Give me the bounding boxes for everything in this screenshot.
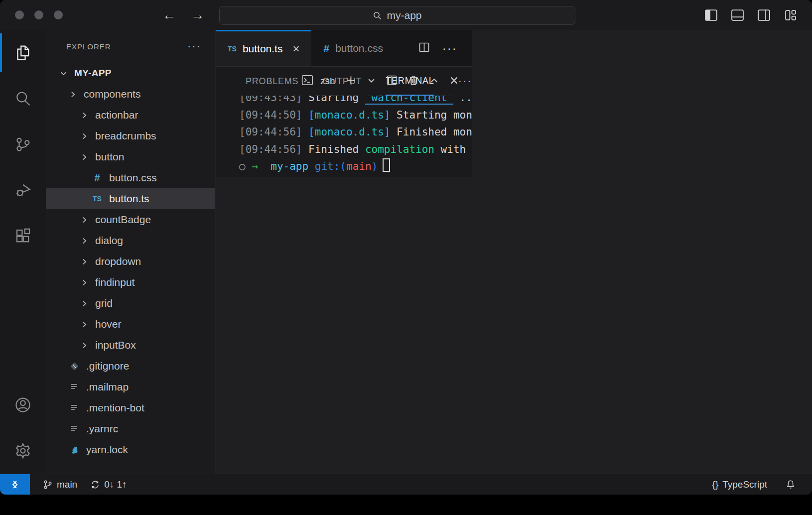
- tree-item-actionbar[interactable]: actionbar: [46, 105, 215, 126]
- tree-item-label: components: [84, 88, 140, 100]
- tree-item-dialog[interactable]: dialog: [46, 230, 215, 251]
- chevron-right-icon: [80, 237, 89, 245]
- editor-tabs: TSbutton.ts×#button.css: [216, 30, 395, 66]
- sidebar-header: EXPLORER ···: [46, 30, 215, 63]
- close-tab-icon[interactable]: ×: [292, 42, 299, 56]
- chevron-right-icon: [80, 341, 89, 350]
- tree-item-dropdown[interactable]: dropdown: [46, 251, 215, 272]
- zoom-window-button[interactable]: [54, 10, 63, 19]
- terminal-output[interactable]: [09:43:43] Starting 'watch-client' ...[0…: [216, 96, 472, 177]
- split-editor-icon[interactable]: [418, 41, 430, 55]
- remote-indicator[interactable]: [0, 474, 30, 495]
- text-file-icon: [69, 424, 80, 433]
- panel-tab-problems[interactable]: PROBLEMS: [246, 67, 298, 96]
- toggle-secondary-sidebar-icon[interactable]: [757, 9, 771, 21]
- title-bar: ← → my-app: [0, 0, 812, 30]
- terminal-token: ): [372, 160, 378, 172]
- chevron-right-icon: [80, 132, 89, 140]
- terminal-token: [09:44:56]: [239, 143, 302, 155]
- tree-item-label: grid: [95, 297, 113, 309]
- terminal-token: [09:44:50]: [239, 109, 302, 121]
- terminal-token: my-app: [271, 160, 308, 172]
- tree-item-yarn.lock[interactable]: yarn.lock: [46, 439, 215, 460]
- branch-status-item[interactable]: main: [43, 479, 77, 490]
- source-control-icon[interactable]: [0, 122, 46, 167]
- terminal-token: compilation: [365, 143, 434, 155]
- workbench: EXPLORER ··· MY-APP componentsactionbarb…: [0, 30, 812, 474]
- panel-more-icon[interactable]: ···: [458, 75, 472, 88]
- close-window-button[interactable]: [15, 10, 24, 19]
- tree-item-label: hover: [95, 318, 122, 330]
- terminal-token: Starting monaco.d.ts generation: [390, 109, 472, 121]
- tab-button.css[interactable]: #button.css: [311, 30, 395, 66]
- terminal-token: [monaco.d.ts]: [308, 109, 390, 121]
- tree-root-my-app[interactable]: MY-APP: [46, 63, 215, 84]
- tree-item-label: .gitignore: [86, 360, 129, 372]
- tree-item-grid[interactable]: grid: [46, 293, 215, 314]
- tree-item-breadcrumbs[interactable]: breadcrumbs: [46, 126, 215, 146]
- editor-more-actions-icon[interactable]: ···: [442, 41, 457, 55]
- terminal-token: [302, 126, 308, 138]
- vscode-window: ← → my-app: [0, 0, 812, 495]
- terminal-token: Starting: [302, 96, 365, 104]
- terminal-dropdown-chevron-icon[interactable]: [367, 76, 376, 87]
- shell-name-label[interactable]: zsh: [320, 76, 335, 87]
- sidebar-title: EXPLORER: [66, 42, 111, 51]
- tree-item-components[interactable]: components: [46, 84, 215, 105]
- settings-gear-icon[interactable]: [0, 428, 46, 474]
- customize-layout-icon[interactable]: [784, 9, 797, 21]
- toggle-sidebar-icon[interactable]: [704, 9, 718, 21]
- explorer-icon[interactable]: [0, 30, 46, 76]
- terminal-line: [09:44:56] Finished compilation with 557…: [239, 141, 472, 158]
- tree-item-.yarnrc[interactable]: .yarnrc: [46, 418, 215, 439]
- chevron-right-icon: [80, 299, 89, 308]
- sync-icon: [90, 480, 100, 490]
- braces-icon: {}: [712, 479, 719, 490]
- command-center-search[interactable]: my-app: [219, 6, 575, 25]
- file-tree: componentsactionbarbreadcrumbsbutton#but…: [46, 84, 215, 460]
- tree-item-.gitignore[interactable]: .gitignore: [46, 356, 215, 377]
- search-icon: [373, 11, 382, 20]
- ts-file-icon: TS: [92, 195, 103, 203]
- language-mode-item[interactable]: {} TypeScript: [712, 479, 767, 490]
- terminal-token: with 557 errors after: [434, 143, 472, 155]
- editor-group: TSbutton.ts×#button.css ··· 123456789101…: [216, 30, 472, 474]
- kill-terminal-trash-icon[interactable]: [407, 74, 419, 88]
- notifications-bell-icon[interactable]: [785, 479, 796, 490]
- new-terminal-icon[interactable]: [345, 74, 357, 89]
- tree-item-button[interactable]: button: [46, 146, 215, 167]
- language-mode-label: TypeScript: [722, 479, 767, 490]
- accounts-icon[interactable]: [0, 382, 46, 428]
- tree-item-label: dropdown: [95, 256, 141, 267]
- run-debug-icon[interactable]: [0, 167, 46, 213]
- tree-item-label: .mention-bot: [86, 402, 144, 414]
- status-bar: main 0↓ 1↑ {} TypeScript: [0, 474, 812, 495]
- extensions-icon[interactable]: [0, 213, 46, 259]
- toggle-panel-icon[interactable]: [731, 9, 744, 21]
- tree-item-button.css[interactable]: #button.css: [46, 167, 215, 188]
- sync-counts: 0↓ 1↑: [104, 479, 127, 490]
- sync-status-item[interactable]: 0↓ 1↑: [90, 479, 127, 490]
- tab-button.ts[interactable]: TSbutton.ts×: [216, 30, 311, 66]
- tree-item-hover[interactable]: hover: [46, 314, 215, 335]
- terminal-token: [09:43:43]: [239, 96, 302, 104]
- tree-item-.mailmap[interactable]: .mailmap: [46, 377, 215, 397]
- minimize-window-button[interactable]: [34, 10, 43, 19]
- tree-item-countBadge[interactable]: countBadge: [46, 209, 215, 230]
- tree-item-inputBox[interactable]: inputBox: [46, 335, 215, 356]
- editor-tab-bar: TSbutton.ts×#button.css ···: [216, 30, 472, 66]
- maximize-panel-chevron-icon[interactable]: [429, 75, 439, 88]
- forward-icon[interactable]: →: [191, 8, 204, 22]
- yarn-file-icon: [69, 445, 80, 455]
- tree-item-.mention-bot[interactable]: .mention-bot: [46, 397, 215, 418]
- close-panel-icon[interactable]: [449, 75, 459, 88]
- terminal-cursor: [383, 158, 390, 172]
- tree-item-button.ts[interactable]: TSbutton.ts: [46, 188, 215, 209]
- back-icon[interactable]: ←: [162, 8, 176, 22]
- split-terminal-icon[interactable]: [386, 74, 398, 88]
- explorer-more-actions-icon[interactable]: ···: [187, 44, 201, 49]
- search-sidebar-icon[interactable]: [0, 76, 46, 122]
- tree-item-findinput[interactable]: findinput: [46, 272, 215, 293]
- tree-item-label: countBadge: [95, 214, 151, 226]
- terminal-token: Finished monaco.d.ts generation: [390, 126, 472, 138]
